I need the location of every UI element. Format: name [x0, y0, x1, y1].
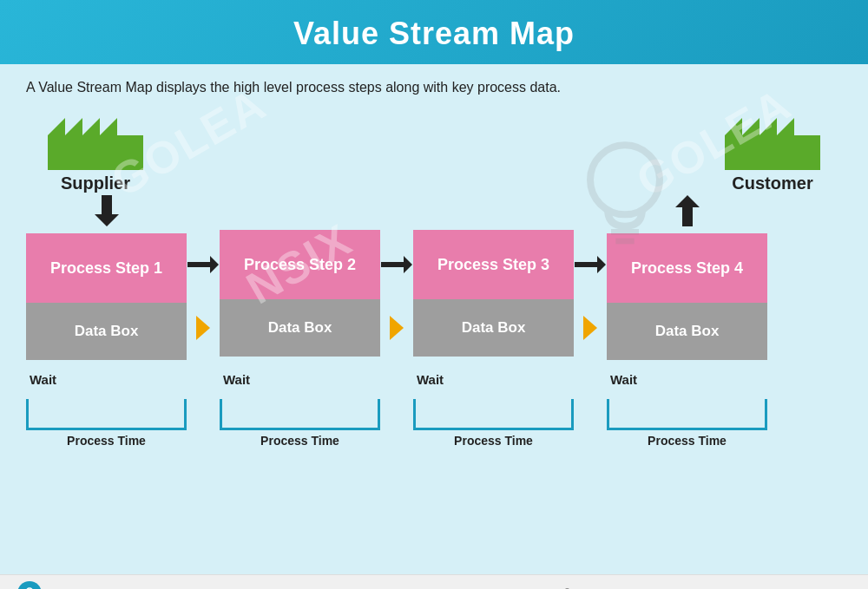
process-time-label-2: Process Time [220, 434, 380, 448]
step4-databox: Data Box [607, 303, 767, 360]
process-time-label-4: Process Time [607, 434, 767, 448]
timeline-shape-1 [26, 389, 187, 430]
customer-label: Customer [732, 173, 812, 193]
svg-marker-5 [95, 195, 119, 226]
timeline-segment-4: Wait Process Time [607, 372, 767, 448]
process-time-label-1: Process Time [26, 434, 187, 448]
timeline-shape-4 [607, 389, 767, 430]
supplier-factory-icon [48, 109, 143, 170]
main-content: GOLEA GOLEA NSIX A Value Stream Map disp… [0, 64, 868, 574]
arrow-up-customer [675, 195, 700, 230]
timeline-shape-3 [413, 389, 574, 430]
page-title: Value Stream Map [0, 16, 868, 52]
header: Value Stream Map [0, 0, 868, 64]
process-time-label-3: Process Time [413, 434, 574, 448]
supplier-block: Supplier [26, 109, 165, 193]
svg-marker-6 [187, 256, 219, 273]
step4-column: Process Step 4 Data Box [607, 195, 767, 360]
push-triangle-3 [583, 316, 597, 340]
connector-3-4 [574, 195, 607, 357]
svg-marker-7 [381, 256, 412, 273]
step1-column: Process Step 1 Data Box [26, 195, 187, 360]
arrow-down-supplier [95, 195, 119, 230]
top-row: Supplier Customer [26, 109, 842, 193]
footer: goLEANSIXSIGMA.com © Copyright 2018 GoLe… [0, 574, 868, 589]
timeline-segment-1: Wait Process Time [26, 372, 187, 448]
timeline-segment-3: Wait Process Time [413, 372, 574, 448]
svg-marker-4 [725, 118, 820, 170]
connector-2-3 [380, 195, 413, 357]
subtitle: A Value Stream Map displays the high lev… [26, 80, 842, 95]
step1-databox: Data Box [26, 303, 187, 360]
footer-logo: goLEANSIXSIGMA.com [17, 581, 174, 590]
step3-column: Process Step 3 Data Box [413, 230, 574, 357]
push-triangle-2 [390, 316, 404, 340]
step-block-4: Process Step 4 Data Box [607, 233, 767, 360]
step-block-1: Process Step 1 Data Box [26, 233, 187, 360]
timeline-shape-2 [220, 389, 380, 430]
supplier-label: Supplier [61, 173, 130, 193]
step4-top: Process Step 4 [607, 233, 767, 303]
step2-column: Process Step 2 Data Box [220, 230, 380, 357]
svg-marker-9 [675, 195, 700, 226]
step-block-2: Process Step 2 Data Box [220, 230, 380, 357]
timeline-segment-2: Wait Process Time [220, 372, 380, 448]
step1-top: Process Step 1 [26, 233, 187, 303]
svg-marker-8 [575, 256, 606, 273]
step-block-3: Process Step 3 Data Box [413, 230, 574, 357]
step3-databox: Data Box [413, 299, 574, 357]
connector-1-2 [187, 195, 220, 357]
customer-block: Customer [703, 109, 842, 193]
arrow-right-3 [575, 256, 606, 273]
logo-icon [17, 581, 42, 590]
svg-marker-3 [48, 118, 143, 170]
arrow-right-2 [381, 256, 412, 273]
step2-top: Process Step 2 [220, 230, 380, 299]
push-triangle-1 [196, 316, 210, 340]
step2-databox: Data Box [220, 299, 380, 357]
customer-factory-icon [725, 109, 820, 170]
step3-top: Process Step 3 [413, 230, 574, 299]
arrow-right-1 [187, 256, 219, 273]
